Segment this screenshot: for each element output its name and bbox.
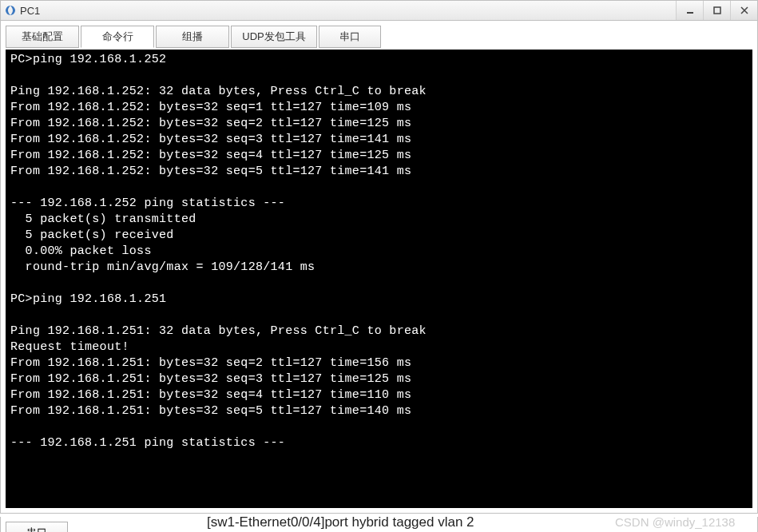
terminal-line: 5 packet(s) received [10, 228, 748, 244]
terminal-line: round-trip min/avg/max = 109/128/141 ms [10, 260, 748, 276]
terminal-line: 5 packet(s) transmitted [10, 212, 748, 228]
tab-command-line[interactable]: 命令行 [81, 26, 154, 48]
watermark: CSDN @windy_12138 [615, 515, 735, 529]
terminal-line: From 192.168.1.252: bytes=32 seq=1 ttl=1… [10, 100, 748, 116]
maximize-button[interactable] [703, 1, 730, 20]
window-controls [676, 1, 757, 20]
terminal-line [10, 419, 748, 435]
terminal-line: --- 192.168.1.252 ping statistics --- [10, 196, 748, 212]
terminal-output[interactable]: PC>ping 192.168.1.252 Ping 192.168.1.252… [6, 50, 752, 508]
terminal-line: PC>ping 192.168.1.252 [10, 52, 748, 68]
svg-rect-0 [687, 12, 693, 14]
terminal-line: Ping 192.168.1.252: 32 data bytes, Press… [10, 84, 748, 100]
terminal-line: Ping 192.168.1.251: 32 data bytes, Press… [10, 324, 748, 339]
terminal-line: From 192.168.1.251: bytes=32 seq=3 ttl=1… [10, 371, 748, 387]
tab-bar: 基础配置 命令行 组播 UDP发包工具 串口 [6, 26, 752, 48]
terminal-line: From 192.168.1.252: bytes=32 seq=5 ttl=1… [10, 164, 748, 180]
tab-udp-tool[interactable]: UDP发包工具 [231, 26, 317, 48]
terminal-line: 0.00% packet loss [10, 244, 748, 260]
terminal-line: From 192.168.1.251: bytes=32 seq=4 ttl=1… [10, 387, 748, 403]
close-button[interactable] [730, 1, 757, 20]
tab-multicast[interactable]: 组播 [156, 26, 229, 48]
bottom-tab-serial[interactable]: 串口 [6, 522, 68, 532]
terminal-line [10, 180, 748, 196]
terminal-line [10, 276, 748, 292]
terminal-line: PC>ping 192.168.1.251 [10, 292, 748, 308]
terminal-line: From 192.168.1.252: bytes=32 seq=2 ttl=1… [10, 116, 748, 132]
terminal-line: From 192.168.1.252: bytes=32 seq=3 ttl=1… [10, 132, 748, 148]
overlay-command-text: [sw1-Ethernet0/0/4]port hybrid tagged vl… [207, 514, 474, 530]
window-title: PC1 [20, 5, 40, 17]
svg-rect-1 [714, 7, 720, 14]
titlebar: PC1 [0, 0, 758, 21]
terminal-line [10, 68, 748, 84]
main-window: 基础配置 命令行 组播 UDP发包工具 串口 PC>ping 192.168.1… [0, 21, 758, 514]
app-icon [4, 4, 17, 17]
tab-serial[interactable]: 串口 [319, 26, 381, 48]
minimize-button[interactable] [676, 1, 703, 20]
terminal-line: --- 192.168.1.251 ping statistics --- [10, 435, 748, 451]
tab-basic-config[interactable]: 基础配置 [6, 26, 79, 48]
terminal-line: From 192.168.1.252: bytes=32 seq=4 ttl=1… [10, 148, 748, 164]
terminal-line: From 192.168.1.251: bytes=32 seq=5 ttl=1… [10, 403, 748, 419]
terminal-line: Request timeout! [10, 339, 748, 355]
terminal-line [10, 308, 748, 324]
terminal-line: From 192.168.1.251: bytes=32 seq=2 ttl=1… [10, 355, 748, 371]
